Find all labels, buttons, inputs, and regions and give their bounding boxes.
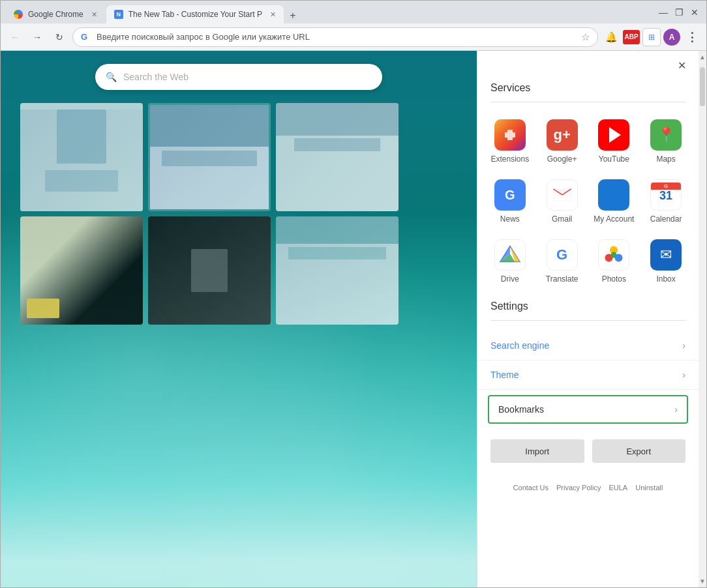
address-bar[interactable]: G Введите поисковый запрос в Google или … — [72, 27, 598, 47]
search-input-bar[interactable]: 🔍 Search the Web — [95, 64, 382, 90]
thumbnails-grid — [20, 103, 399, 325]
puzzle-icon — [502, 127, 518, 143]
tab-label-2: The New Tab - Customize Your Start P — [128, 10, 262, 19]
settings-search-engine[interactable]: Search engine › — [477, 331, 699, 360]
import-button[interactable]: Import — [490, 439, 584, 463]
bookmarks-label: Bookmarks — [498, 404, 544, 415]
panel-header: ✕ — [477, 51, 699, 80]
drive-svg — [498, 243, 522, 267]
maps-service-icon: 📍 — [650, 119, 682, 151]
settings-theme[interactable]: Theme › — [477, 360, 699, 390]
scroll-up-arrow[interactable]: ▲ — [698, 52, 706, 62]
photos-service-icon — [598, 239, 629, 271]
search-icon: 🔍 — [106, 72, 117, 82]
service-calendar[interactable]: G 31 Calendar — [641, 173, 691, 230]
photos-svg — [602, 243, 625, 267]
menu-icon[interactable]: ⋮ — [683, 28, 701, 46]
uninstall-link[interactable]: Uninstall — [635, 484, 663, 492]
thumbnail-3[interactable] — [276, 103, 399, 211]
export-button[interactable]: Export — [592, 439, 686, 463]
theme-label: Theme — [490, 370, 519, 380]
minimize-button[interactable]: — — [657, 6, 670, 19]
toolbar-icons: 🔔 ABP ⊞ A ⋮ — [602, 28, 701, 46]
maximize-button[interactable]: ❐ — [672, 6, 685, 19]
scroll-thumb[interactable] — [700, 67, 705, 106]
panel-close-button[interactable]: ✕ — [672, 56, 691, 74]
thumbnail-6[interactable] — [276, 216, 399, 325]
search-placeholder-text: Search the Web — [123, 72, 188, 82]
adblock-icon[interactable]: ABP — [623, 30, 640, 44]
tab-favicon-google — [14, 10, 23, 19]
forward-button[interactable]: → — [28, 28, 46, 46]
service-myaccount[interactable]: 👤 My Account — [590, 173, 639, 230]
youtube-label: YouTube — [599, 154, 629, 164]
news-label: News — [500, 214, 520, 224]
maps-label: Maps — [656, 154, 675, 164]
gmail-service-icon — [547, 179, 578, 211]
services-divider — [490, 102, 685, 102]
thumb-inner-4 — [20, 216, 143, 325]
service-photos[interactable]: Photos — [590, 233, 639, 290]
translate-service-icon: G — [547, 239, 578, 271]
thumb-inner-6 — [276, 216, 399, 325]
gmail-svg — [550, 183, 574, 207]
service-gmail[interactable]: Gmail — [537, 173, 587, 230]
tab-close-2[interactable]: ✕ — [270, 10, 276, 19]
search-engine-label: Search engine — [490, 340, 549, 351]
service-translate[interactable]: G Translate — [537, 233, 587, 290]
thumb-inner-5 — [148, 216, 271, 325]
youtube-service-icon — [598, 119, 629, 151]
calendar-service-icon: G 31 — [650, 179, 682, 211]
footer-links: Contact Us Privacy Policy EULA Uninstall — [477, 473, 699, 492]
browser-window: Google Chrome ✕ N The New Tab - Customiz… — [0, 0, 707, 588]
translate-label: Translate — [546, 274, 579, 284]
thumb-inner-1 — [20, 110, 143, 211]
thumb-yellow-block — [27, 299, 59, 318]
thumbnail-5[interactable] — [148, 216, 271, 325]
extensions-icon[interactable]: ⊞ — [642, 28, 661, 46]
services-title: Services — [477, 80, 699, 102]
service-extensions[interactable]: Extensions — [485, 113, 535, 170]
service-news[interactable]: G News — [485, 173, 535, 230]
thumbnail-1[interactable] — [20, 103, 143, 211]
inbox-label: Inbox — [656, 274, 675, 284]
bell-icon[interactable]: 🔔 — [602, 28, 620, 46]
tab-google-chrome[interactable]: Google Chrome ✕ — [6, 5, 105, 23]
thumbnail-2[interactable] — [148, 103, 271, 211]
star-icon[interactable]: ☆ — [581, 31, 590, 43]
extensions-service-icon — [494, 119, 526, 151]
thumb-inner-3 — [276, 103, 399, 211]
vertical-scrollbar[interactable]: ▲ ▼ — [699, 51, 706, 587]
back-button[interactable]: ← — [6, 28, 24, 46]
tab-newtab[interactable]: N The New Tab - Customize Your Start P ✕ — [106, 5, 284, 23]
settings-bookmarks[interactable]: Bookmarks › — [488, 395, 688, 424]
service-inbox[interactable]: ✉ Inbox — [641, 233, 691, 290]
settings-divider — [490, 320, 685, 321]
reload-button[interactable]: ↻ — [50, 28, 68, 46]
service-youtube[interactable]: YouTube — [590, 113, 639, 170]
close-button[interactable]: ✕ — [688, 6, 701, 19]
service-googleplus[interactable]: g+ Google+ — [537, 113, 587, 170]
myaccount-label: My Account — [594, 214, 634, 224]
thumbnail-4[interactable] — [20, 216, 143, 325]
googleplus-service-icon: g+ — [547, 119, 578, 151]
scroll-down-arrow[interactable]: ▼ — [698, 576, 706, 586]
privacy-policy-link[interactable]: Privacy Policy — [556, 484, 601, 492]
service-maps[interactable]: 📍 Maps — [641, 113, 691, 170]
browser-content: 🔍 Search the Web — [1, 51, 706, 587]
address-text: Введите поисковый запрос в Google или ук… — [97, 32, 576, 42]
services-grid: Extensions g+ Google+ YouTube 📍 M — [477, 113, 699, 295]
settings-title: Settings — [477, 295, 699, 320]
profile-avatar[interactable]: A — [663, 29, 680, 46]
search-bar-container: 🔍 Search the Web — [95, 64, 382, 90]
contact-us-link[interactable]: Contact Us — [513, 484, 549, 492]
svg-point-7 — [611, 252, 617, 258]
theme-chevron: › — [682, 370, 685, 380]
import-export-section: Import Export — [477, 429, 699, 473]
tab-bar: Google Chrome ✕ N The New Tab - Customiz… — [6, 1, 654, 23]
service-drive[interactable]: Drive — [485, 233, 535, 290]
tab-close-1[interactable]: ✕ — [91, 10, 97, 19]
add-tab-button[interactable]: + — [285, 8, 301, 23]
search-engine-chevron: › — [682, 340, 685, 351]
eula-link[interactable]: EULA — [609, 484, 627, 492]
